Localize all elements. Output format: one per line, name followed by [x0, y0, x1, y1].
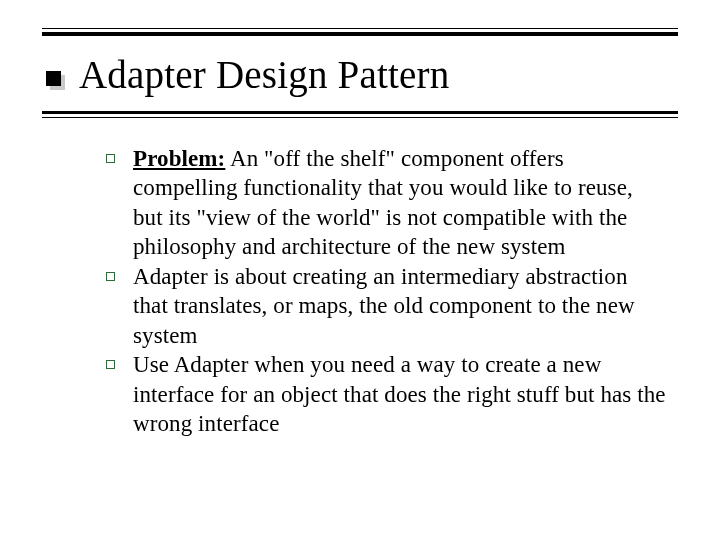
bullet-body: Use Adapter when you need a way to creat…: [133, 352, 666, 436]
under-title-rule-thin: [42, 117, 678, 118]
under-title-rule-thick: [42, 111, 678, 114]
slide-title: Adapter Design Pattern: [79, 52, 449, 97]
list-item: Use Adapter when you need a way to creat…: [106, 350, 668, 438]
list-item: Adapter is about creating an intermediar…: [106, 262, 668, 350]
slide-title-row: Adapter Design Pattern: [42, 52, 678, 97]
bullet-label: Problem:: [133, 146, 225, 171]
bullet-icon: [106, 154, 115, 163]
title-bullet-icon: [46, 71, 61, 86]
bullet-icon: [106, 360, 115, 369]
bullet-text: Problem: An "off the shelf" component of…: [133, 144, 668, 262]
bullet-icon: [106, 272, 115, 281]
top-rule-thick: [42, 32, 678, 36]
bullet-text: Use Adapter when you need a way to creat…: [133, 350, 668, 438]
bullet-text: Adapter is about creating an intermediar…: [133, 262, 668, 350]
bullet-body: Adapter is about creating an intermediar…: [133, 264, 635, 348]
list-item: Problem: An "off the shelf" component of…: [106, 144, 668, 262]
bullet-list: Problem: An "off the shelf" component of…: [42, 144, 678, 438]
